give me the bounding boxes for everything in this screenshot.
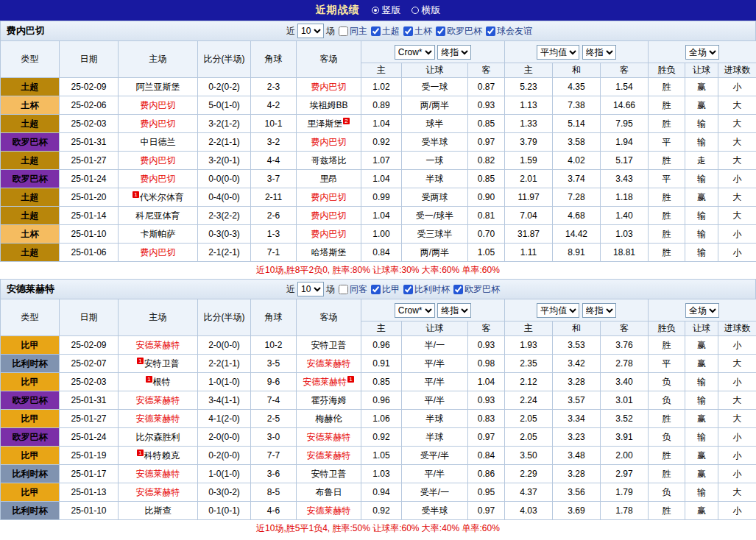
league-filter-2-checkbox[interactable] [436, 26, 445, 36]
odds-away-cell: 0.81 [468, 207, 505, 225]
match-result-cell: 胜 [649, 96, 685, 115]
scope-group-header: 全场 [649, 299, 756, 321]
avg-away-cell: 3.43 [601, 170, 649, 188]
league-filter-0[interactable]: 土超 [371, 25, 400, 38]
match-date: 25-01-24 [60, 428, 119, 447]
team-name: 安德莱赫特 [136, 413, 180, 424]
sub-avg-away-header: 客 [601, 321, 649, 336]
avg-home-cell: 2.29 [505, 465, 553, 483]
col-home-header: 主场 [119, 299, 198, 336]
corner-cell: 3-7 [251, 170, 297, 188]
goals-result-cell: 小 [718, 336, 756, 355]
avg-draw-cell: 4.35 [553, 78, 601, 96]
page: 近期战绩 竖版 横版 费内巴切 近10场同主土超土杯欧罗巴杯球会友谊 [0, 0, 756, 537]
same-venue-filter-checkbox[interactable] [339, 26, 348, 36]
league-filter-0[interactable]: 比甲 [371, 283, 400, 296]
match-result-cell: 平 [649, 355, 685, 373]
avg-home-cell: 31.87 [505, 225, 553, 244]
avg-draw-cell: 3.58 [553, 133, 601, 152]
recent-count-select[interactable]: 10 [297, 282, 324, 296]
league-filter-1[interactable]: 比利时杯 [403, 283, 450, 296]
corner-cell: 4-4 [251, 152, 297, 170]
odds-away-cell: 0.98 [468, 355, 505, 373]
scope-select[interactable]: 全场 [685, 303, 719, 318]
home-team-cell: 费内巴切 [119, 170, 198, 188]
odds-source-select[interactable]: Crow* [395, 45, 435, 60]
avg-away-cell: 2.78 [601, 355, 649, 373]
league-filter-2-checkbox[interactable] [453, 285, 463, 294]
league-filter-2[interactable]: 欧罗巴杯 [453, 283, 500, 296]
match-date: 25-02-06 [60, 96, 119, 115]
handicap-cell: 受一球 [402, 78, 468, 96]
league-filter-3[interactable]: 球会友谊 [486, 25, 532, 38]
match-result-cell: 负 [649, 428, 685, 447]
handicap-cell: 平/半 [402, 391, 468, 410]
col-away-header: 客场 [297, 41, 361, 78]
match-row: 比利时杯25-02-071安特卫普2-2(1-1)3-5安德莱赫特0.91平/半… [1, 355, 756, 373]
odds-away-cell: 0.70 [468, 225, 505, 244]
away-team-cell: 布鲁日 [297, 483, 361, 502]
avg-away-cell: 3.76 [601, 336, 649, 355]
league-filter-1-checkbox[interactable] [403, 285, 413, 294]
handicap-result-cell: 输 [685, 170, 718, 188]
odds-stage-select[interactable]: 终指 [437, 303, 471, 318]
odds-home-cell: 1.03 [361, 465, 402, 483]
handicap-cell: 平/半 [402, 355, 468, 373]
avg-stage-select[interactable]: 终指 [582, 303, 616, 318]
avg-type-select[interactable]: 平均值 [537, 45, 579, 60]
score-cell: 0-1(0-1) [198, 502, 251, 520]
odds-home-cell: 1.04 [361, 115, 402, 133]
corner-cell: 8-5 [251, 483, 297, 502]
match-result-cell: 胜 [649, 410, 685, 428]
away-team-cell: 安德莱赫特 [297, 428, 361, 447]
same-venue-filter[interactable]: 同客 [339, 283, 367, 296]
handicap-result-cell: 输 [685, 244, 718, 262]
goals-result-cell: 大 [718, 133, 756, 152]
games-label: 场 [326, 283, 335, 296]
radio-vertical-view[interactable]: 竖版 [372, 4, 401, 17]
odds-home-cell: 0.85 [361, 373, 402, 391]
avg-type-select[interactable]: 平均值 [537, 303, 579, 318]
score-cell: 3-4(1-1) [198, 391, 251, 410]
league-filter-0-checkbox[interactable] [371, 285, 381, 294]
goals-result-cell: 小 [718, 502, 756, 520]
away-team-cell: 埃祖姆BB [297, 96, 361, 115]
avg-home-cell: 1.13 [505, 96, 553, 115]
avg-stage-select[interactable]: 终指 [582, 45, 616, 60]
odds-stage-select[interactable]: 终指 [437, 45, 471, 60]
avg-away-cell: 3.52 [601, 410, 649, 428]
odds-source-select[interactable]: Crow* [395, 303, 435, 318]
scope-select[interactable]: 全场 [685, 45, 719, 60]
team-name: 代米尔体育 [140, 192, 184, 202]
league-filter-2[interactable]: 欧罗巴杯 [436, 25, 482, 38]
radio-horizontal-view[interactable]: 横版 [411, 4, 441, 17]
away-team-cell: 安特卫普 [297, 465, 361, 483]
same-venue-filter[interactable]: 同主 [339, 25, 367, 38]
recent-count-select[interactable]: 10 [297, 24, 324, 38]
handicap-cell: 受半球 [402, 502, 468, 520]
goals-result-cell: 小 [718, 225, 756, 244]
avg-draw-cell: 3.56 [553, 483, 601, 502]
league-type-badge: 比利时杯 [1, 465, 60, 483]
handicap-result-cell: 赢 [685, 410, 718, 428]
avg-draw-cell: 3.48 [553, 447, 601, 465]
match-result-cell: 胜 [649, 502, 685, 520]
score-cell: 0-2(0-0) [198, 447, 251, 465]
handicap-result-cell: 赢 [685, 188, 718, 207]
league-filter-3-checkbox[interactable] [486, 26, 495, 36]
league-filter-0-checkbox[interactable] [371, 26, 381, 36]
team-section-anderlecht: 安德莱赫特 近10场同客比甲比利时杯欧罗巴杯 类型 日期 主场 比分(半场) 角… [0, 279, 756, 537]
home-team-cell: 1科特赖克 [119, 447, 198, 465]
corner-cell: 4-2 [251, 96, 297, 115]
avg-home-cell: 2.24 [505, 391, 553, 410]
odds-away-cell: 0.82 [468, 152, 505, 170]
handicap-result-cell: 赢 [685, 355, 718, 373]
team-name: 安特卫普 [144, 358, 180, 369]
home-team-cell: 卡斯帕萨 [119, 225, 198, 244]
league-filter-1-checkbox[interactable] [403, 26, 413, 36]
league-filter-1[interactable]: 土杯 [403, 25, 432, 38]
match-date: 25-01-10 [60, 225, 119, 244]
same-venue-filter-checkbox[interactable] [339, 285, 348, 294]
team-name: 比斯查 [145, 505, 172, 516]
home-team-cell: 1代米尔体育 [119, 188, 198, 207]
